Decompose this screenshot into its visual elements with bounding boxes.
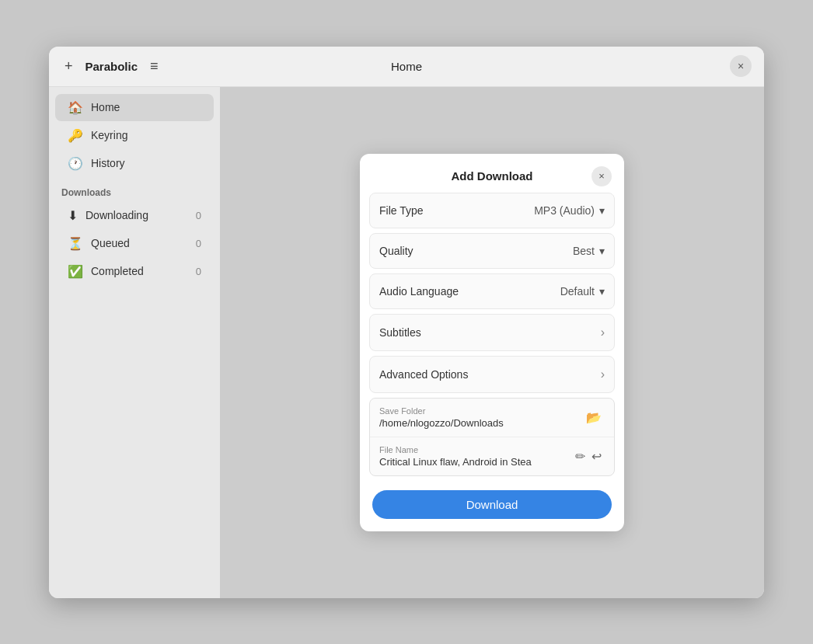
subtitles-row[interactable]: Subtitles › [369,314,615,351]
sidebar-item-history[interactable]: 🕐 History [55,150,214,177]
completed-count: 0 [196,266,201,277]
downloads-section-label: Downloads [49,181,220,201]
undo-filename-button[interactable]: ↩ [588,447,605,465]
menu-button[interactable]: ≡ [147,55,162,78]
add-download-modal: Add Download × File Type MP3 (Audio) ▾ [360,154,624,531]
sidebar-item-downloading[interactable]: ⬇ Downloading 0 [55,202,214,229]
completed-icon: ✅ [68,264,83,279]
sidebar-item-queued[interactable]: ⏳ Queued 0 [55,230,214,257]
browse-folder-button[interactable]: 📂 [583,409,605,426]
home-icon: 🏠 [68,100,83,115]
sidebar-item-completed[interactable]: ✅ Completed 0 [55,258,214,285]
audio-language-value: Default ▾ [560,285,605,298]
advanced-chevron-icon: › [601,367,605,381]
titlebar-left: + Parabolic ≡ [61,55,162,78]
modal-title: Add Download [393,169,591,183]
downloading-count: 0 [196,210,201,221]
window-close-button[interactable]: × [730,55,752,77]
sidebar-label-queued: Queued [91,237,130,249]
window-body: 🏠 Home 🔑 Keyring 🕐 History Downloads ⬇ D… [49,87,764,598]
keyring-icon: 🔑 [68,128,83,143]
sidebar-nav: 🏠 Home 🔑 Keyring 🕐 History [49,93,220,178]
sidebar-label-downloading: Downloading [85,209,148,221]
modal-header: Add Download × [360,154,624,193]
modal-close-button[interactable]: × [591,166,612,186]
file-name-row: File Name Critical Linux flaw, Android i… [370,437,614,475]
quality-row[interactable]: Quality Best ▾ [369,233,615,269]
queued-count: 0 [196,238,201,249]
sidebar-downloads: ⬇ Downloading 0 ⏳ Queued 0 ✅ Completed 0 [49,201,220,286]
save-folder-row: Save Folder /home/nlogozzo/Downloads 📂 [370,399,614,437]
file-name-value: Critical Linux flaw, Android in Stea [379,456,550,468]
modal-footer: Download [360,481,624,531]
sidebar-label-keyring: Keyring [91,129,127,141]
sidebar-label-completed: Completed [91,265,144,277]
main-content: ...dia start downloading Add URL Add Dow… [220,87,764,598]
sidebar-label-history: History [91,157,125,169]
quality-value: Best ▾ [573,245,605,257]
file-section: Save Folder /home/nlogozzo/Downloads 📂 F… [369,398,615,476]
quality-chevron-icon: ▾ [599,245,605,257]
quality-label: Quality [379,245,413,257]
save-folder-value: /home/nlogozzo/Downloads [379,417,550,429]
file-type-label: File Type [379,204,424,217]
downloading-icon: ⬇ [68,208,78,223]
sidebar-item-keyring[interactable]: 🔑 Keyring [55,122,214,149]
download-button[interactable]: Download [372,490,612,519]
queued-icon: ⏳ [68,236,83,251]
file-type-row[interactable]: File Type MP3 (Audio) ▾ [369,193,615,228]
history-icon: 🕐 [68,156,83,171]
modal-body: File Type MP3 (Audio) ▾ Quality Best [360,193,624,476]
chevron-down-icon: ▾ [599,204,605,217]
sidebar-item-home[interactable]: 🏠 Home [55,94,214,121]
sidebar: 🏠 Home 🔑 Keyring 🕐 History Downloads ⬇ D… [49,87,220,598]
file-name-label: File Name [379,445,572,454]
app-window: + Parabolic ≡ Home × 🏠 Home 🔑 Keyring 🕐 … [49,47,764,598]
titlebar: + Parabolic ≡ Home × [49,47,764,87]
edit-filename-button[interactable]: ✏ [572,447,588,465]
sidebar-label-home: Home [91,101,120,113]
add-button[interactable]: + [61,55,76,78]
advanced-options-row[interactable]: Advanced Options › [369,356,615,393]
save-folder-label: Save Folder [379,406,583,416]
subtitles-label: Subtitles [379,326,421,339]
modal-overlay: Add Download × File Type MP3 (Audio) ▾ [220,87,764,598]
file-name-info: File Name Critical Linux flaw, Android i… [379,445,572,468]
subtitles-chevron-icon: › [601,325,605,339]
audio-language-row[interactable]: Audio Language Default ▾ [369,273,615,309]
save-folder-info: Save Folder /home/nlogozzo/Downloads [379,406,583,429]
app-name: Parabolic [85,60,138,73]
advanced-options-label: Advanced Options [379,368,468,381]
audio-language-label: Audio Language [379,285,459,298]
window-title: Home [391,60,422,73]
audio-chevron-icon: ▾ [599,285,605,298]
file-type-value: MP3 (Audio) ▾ [534,204,605,217]
